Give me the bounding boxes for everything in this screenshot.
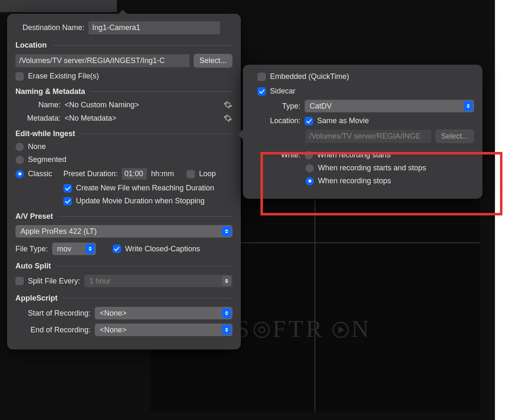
ewi-classic-label: Classic bbox=[28, 170, 59, 178]
write-label: Write: bbox=[251, 151, 300, 159]
sidecar-location-select-button[interactable]: Select... bbox=[435, 129, 474, 143]
same-as-movie-checkbox[interactable] bbox=[305, 117, 313, 125]
white-sidebar bbox=[495, 0, 525, 420]
split-file-label: Split File Every: bbox=[28, 277, 80, 286]
destination-name-input[interactable] bbox=[88, 21, 220, 34]
start-recording-label: Start of Recording: bbox=[15, 309, 91, 318]
ewi-none-label: None bbox=[28, 142, 46, 151]
sidecar-checkbox[interactable] bbox=[257, 87, 266, 96]
file-type-value: mov bbox=[57, 245, 71, 253]
gear-icon[interactable] bbox=[223, 100, 232, 109]
split-interval-select[interactable]: 1 hour bbox=[84, 275, 232, 287]
ewi-classic-radio[interactable] bbox=[15, 170, 24, 178]
file-type-label: File Type: bbox=[15, 245, 48, 253]
loop-label: Loop bbox=[199, 170, 216, 178]
sidecar-location-input[interactable] bbox=[305, 130, 431, 143]
write-cc-checkbox[interactable] bbox=[113, 245, 121, 253]
embedded-checkbox[interactable] bbox=[257, 73, 266, 81]
create-new-file-label: Create New File when Reaching Duration bbox=[76, 184, 214, 192]
applescript-header: AppleScript bbox=[15, 294, 58, 303]
av-preset-select[interactable]: Apple ProRes 422 (LT) bbox=[15, 225, 232, 238]
write-starts-radio[interactable] bbox=[305, 151, 313, 159]
svg-text:N: N bbox=[351, 315, 371, 342]
preset-duration-label: Preset Duration: bbox=[63, 170, 118, 178]
chevron-updown-icon bbox=[222, 308, 231, 318]
chevron-updown-icon bbox=[222, 226, 231, 236]
chevron-updown-icon bbox=[222, 276, 231, 286]
popover-arrow bbox=[118, 10, 128, 15]
av-preset-value: Apple ProRes 422 (LT) bbox=[20, 227, 97, 236]
write-stops-label: When recording stops bbox=[318, 177, 391, 185]
create-new-file-checkbox[interactable] bbox=[63, 184, 72, 192]
av-preset-header: A/V Preset bbox=[15, 212, 53, 221]
divider bbox=[56, 266, 232, 266]
file-type-select[interactable]: mov bbox=[52, 243, 96, 255]
ewi-segmented-label: Segmented bbox=[28, 155, 66, 164]
split-file-checkbox[interactable] bbox=[15, 277, 24, 285]
write-starts-stops-label: When recording starts and stops bbox=[318, 164, 426, 172]
destination-name-label: Destination Name: bbox=[15, 23, 84, 32]
erase-existing-label: Erase Existing File(s) bbox=[28, 72, 99, 81]
name-value: <No Custom Naming> bbox=[65, 101, 219, 109]
write-stops-radio[interactable] bbox=[305, 177, 314, 185]
softron-logo: S FTR N bbox=[236, 315, 390, 351]
write-starts-stops-radio[interactable] bbox=[305, 164, 314, 172]
location-select-button[interactable]: Select... bbox=[194, 54, 232, 68]
name-label: Name: bbox=[15, 101, 61, 109]
ewi-segmented-radio[interactable] bbox=[15, 156, 24, 164]
write-starts-label: When recording starts bbox=[317, 151, 391, 159]
divider bbox=[58, 216, 232, 217]
metadata-settings-popover: Embedded (QuickTime) Sidecar Type: CatDV… bbox=[243, 65, 482, 199]
update-movie-duration-checkbox[interactable] bbox=[63, 197, 72, 205]
auto-split-header: Auto Split bbox=[15, 262, 51, 271]
divider bbox=[80, 134, 232, 134]
split-interval-value: 1 hour bbox=[89, 277, 111, 286]
divider bbox=[90, 91, 232, 92]
embedded-label: Embedded (QuickTime) bbox=[270, 72, 349, 81]
svg-point-1 bbox=[254, 322, 269, 337]
sidecar-type-select[interactable]: CatDV bbox=[305, 100, 474, 112]
end-recording-value: <None> bbox=[100, 326, 126, 334]
preset-duration-input[interactable] bbox=[122, 168, 147, 180]
chevron-updown-icon bbox=[86, 244, 95, 254]
sidecar-label: Sidecar bbox=[270, 87, 295, 96]
popover-arrow bbox=[238, 129, 243, 139]
svg-marker-5 bbox=[338, 326, 344, 333]
destination-settings-popover: Destination Name: Location Select... Era… bbox=[7, 14, 241, 349]
sidecar-type-value: CatDV bbox=[310, 102, 332, 111]
svg-point-2 bbox=[259, 327, 265, 333]
start-recording-select[interactable]: <None> bbox=[95, 307, 232, 319]
naming-metadata-header: Naming & Metadata bbox=[15, 87, 85, 96]
sidecar-location-label: Location: bbox=[251, 116, 300, 125]
location-header: Location bbox=[15, 41, 47, 50]
loop-checkbox[interactable] bbox=[187, 170, 195, 178]
end-recording-label: End of Recording: bbox=[15, 326, 91, 334]
start-recording-value: <None> bbox=[100, 309, 126, 318]
gear-icon[interactable] bbox=[223, 114, 232, 123]
chevron-updown-icon bbox=[222, 325, 231, 335]
preset-duration-unit: hh:mm bbox=[151, 170, 174, 178]
location-path-input[interactable] bbox=[15, 54, 189, 67]
same-as-movie-label: Same as Movie bbox=[317, 116, 369, 125]
metadata-value: <No Metadata> bbox=[65, 114, 219, 123]
end-recording-select[interactable]: <None> bbox=[95, 324, 232, 336]
divider bbox=[52, 45, 232, 46]
header-strip bbox=[0, 0, 117, 12]
write-cc-label: Write Closed-Captions bbox=[125, 245, 200, 253]
update-movie-duration-label: Update Movie Duration when Stopping bbox=[76, 197, 204, 205]
erase-existing-checkbox[interactable] bbox=[15, 72, 24, 81]
svg-text:FTR: FTR bbox=[273, 315, 324, 342]
divider bbox=[63, 298, 232, 299]
ewi-none-radio[interactable] bbox=[15, 143, 24, 151]
ewi-header: Edit-while Ingest bbox=[15, 129, 75, 138]
type-label: Type: bbox=[251, 102, 300, 111]
metadata-label: Metadata: bbox=[15, 114, 61, 123]
chevron-updown-icon bbox=[464, 101, 473, 111]
